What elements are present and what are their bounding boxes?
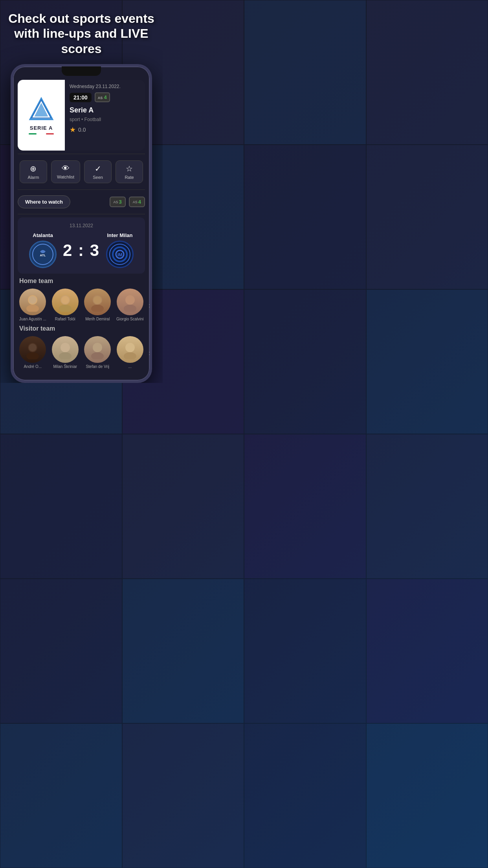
svg-point-13	[59, 305, 72, 312]
watchlist-icon: 👁	[62, 164, 70, 173]
phone-notch	[62, 66, 101, 76]
svg-point-22	[26, 352, 39, 359]
svg-point-23	[29, 344, 37, 351]
event-time-row: 21:00 AS 4	[70, 92, 140, 102]
event-logo-section: SERIE A	[18, 80, 65, 151]
inter-logo-icon: IM	[109, 244, 130, 265]
home-player-1-name: Juan Agustín ...	[19, 317, 46, 321]
svg-point-20	[126, 296, 134, 304]
away-team-col: Inter Milan IM	[100, 232, 139, 268]
home-team-chevron-icon[interactable]: ›	[149, 300, 151, 309]
player-avatar-7	[84, 336, 111, 363]
divider-3	[18, 214, 145, 214]
home-player-2: Rafael Tolói	[50, 289, 81, 321]
visitor-player-3-name: Stefan de Vrij	[86, 364, 109, 369]
visitor-player-4: ...	[115, 336, 145, 369]
ch3-number: 3	[119, 199, 122, 205]
serie-a-text: SERIE A	[30, 125, 53, 131]
home-player-1: Juan Agustín ...	[18, 289, 48, 321]
seen-icon: ✓	[95, 164, 101, 173]
svg-point-19	[124, 305, 136, 312]
home-team-section: Home team Juan Agustín ... Rafael Tolói	[18, 278, 145, 321]
player-avatar-6	[52, 336, 79, 363]
visitor-players-row: André O... Milan Škriniar Stefan de Vrij	[18, 336, 145, 369]
player-avatar-1	[19, 289, 46, 315]
visitor-team-section: Visitor team André O... Milan Škriniar	[18, 325, 145, 369]
hero-section: Check out sports events with line-ups an…	[0, 0, 163, 64]
rate-button[interactable]: ☆ Rate	[116, 160, 143, 183]
serie-a-logo: SERIE A	[28, 96, 55, 134]
event-rating: ★ 0.0	[70, 125, 140, 134]
visitor-player-1: André O...	[18, 336, 48, 369]
svg-point-29	[94, 344, 101, 351]
seen-button[interactable]: ✓ Seen	[84, 160, 112, 183]
home-player-3-name: Merih Demiral	[85, 317, 110, 321]
player-avatar-8	[117, 336, 143, 363]
watchlist-label: Watchlist	[57, 175, 74, 179]
svg-point-28	[91, 352, 104, 359]
score-col: 2 : 3	[63, 241, 100, 260]
visitor-player-2: Milan Škriniar	[50, 336, 81, 369]
home-team-col: Atalanta ATL	[23, 232, 62, 268]
svg-text:ATL: ATL	[40, 254, 46, 257]
alarm-button[interactable]: ⊕ Alarm	[20, 160, 47, 183]
svg-point-32	[126, 344, 134, 351]
divider-2	[18, 189, 145, 190]
channel-label: AS	[98, 96, 103, 100]
event-title: Serie A	[70, 106, 140, 114]
where-to-watch-row: Where to watch AS 3 AS 4	[13, 193, 150, 211]
visitor-player-3: Stefan de Vrij	[83, 336, 113, 369]
home-player-4-name: Giorgio Scalvini	[116, 317, 143, 321]
rate-icon: ☆	[126, 164, 133, 173]
player-avatar-4	[117, 289, 143, 315]
away-team-name: Inter Milan	[107, 232, 132, 238]
svg-point-11	[29, 296, 37, 304]
alarm-icon: ⊕	[30, 164, 37, 173]
player-avatar-2	[52, 289, 79, 315]
home-player-3: Merih Demiral	[83, 289, 113, 321]
hero-title: Check out sports events with line-ups an…	[8, 11, 155, 56]
watchlist-button[interactable]: 👁 Watchlist	[51, 160, 80, 183]
svg-text:IM: IM	[117, 252, 122, 257]
match-section: 13.11.2022 Atalanta ATL 2 : 3	[18, 217, 145, 274]
match-score: 2 : 3	[63, 241, 100, 260]
serie-a-icon	[28, 96, 55, 123]
home-players-row: Juan Agustín ... Rafael Tolói Merih Demi…	[18, 289, 145, 321]
match-date: 13.11.2022	[23, 223, 139, 228]
event-card: SERIE A Wednesday 23.11.2022. 21:00 AS 4	[18, 80, 145, 151]
visitor-player-4-name: ...	[128, 364, 132, 369]
svg-point-26	[61, 344, 69, 351]
home-player-4: Giorgio Scalvini	[115, 289, 145, 321]
atalanta-badge: ATL	[29, 241, 57, 268]
channel-badge-3: AS 3	[110, 197, 126, 207]
visitor-team-chevron-icon[interactable]: ›	[149, 348, 151, 357]
alarm-label: Alarm	[28, 175, 39, 180]
inter-badge: IM	[106, 241, 134, 268]
event-date: Wednesday 23.11.2022.	[70, 84, 140, 89]
rating-value: 0.0	[78, 127, 86, 133]
visitor-team-title: Visitor team	[18, 325, 145, 332]
where-to-watch-button[interactable]: Where to watch	[18, 195, 70, 208]
seen-label: Seen	[93, 175, 103, 180]
player-avatar-5	[19, 336, 46, 363]
home-team-name: Atalanta	[33, 232, 53, 238]
channel-badge-4: AS 4	[129, 197, 145, 207]
visitor-player-1-name: André O...	[24, 364, 42, 369]
svg-point-10	[26, 305, 39, 312]
event-info-section: Wednesday 23.11.2022. 21:00 AS 4 Serie A…	[65, 80, 145, 151]
match-teams-row: Atalanta ATL 2 : 3 Inter Milan	[23, 232, 139, 268]
divider-1	[18, 154, 145, 154]
svg-point-16	[91, 305, 104, 312]
ch3-label: AS	[114, 200, 118, 204]
player-avatar-3	[84, 289, 111, 315]
channel-badges-row: AS 3 AS 4	[110, 197, 145, 207]
phone-frame: SERIE A Wednesday 23.11.2022. 21:00 AS 4	[11, 64, 152, 383]
svg-point-17	[94, 296, 101, 304]
star-icon: ★	[70, 125, 76, 134]
atalanta-logo-icon: ATL	[32, 244, 53, 265]
ch4-number: 4	[138, 199, 141, 205]
ch4-label: AS	[133, 200, 138, 204]
rate-label: Rate	[125, 175, 134, 180]
channel-number: 4	[104, 94, 106, 100]
home-team-title: Home team	[18, 278, 145, 285]
